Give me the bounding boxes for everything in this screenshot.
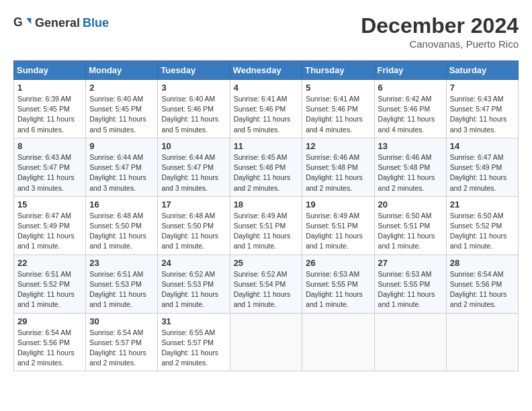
day-number: 14 [450, 141, 515, 151]
day-number: 6 [378, 83, 443, 93]
day-info: Sunrise: 6:41 AMSunset: 5:46 PMDaylight:… [234, 94, 299, 135]
day-number: 23 [89, 258, 154, 268]
day-number: 28 [450, 258, 515, 268]
day-number: 10 [161, 141, 226, 151]
svg-text:G: G [13, 15, 23, 29]
calendar-week-row: 8Sunrise: 6:43 AMSunset: 5:47 PMDaylight… [14, 138, 519, 196]
weekday-header-row: SundayMondayTuesdayWednesdayThursdayFrid… [14, 61, 519, 80]
day-number: 12 [306, 141, 370, 151]
day-info: Sunrise: 6:55 AMSunset: 5:57 PMDaylight:… [161, 328, 226, 369]
calendar-day-cell: 17Sunrise: 6:48 AMSunset: 5:50 PMDayligh… [158, 196, 230, 255]
day-number: 22 [17, 258, 82, 268]
day-number: 17 [161, 199, 226, 210]
day-info: Sunrise: 6:50 AMSunset: 5:51 PMDaylight:… [378, 211, 443, 252]
day-number: 7 [450, 83, 515, 93]
weekday-header-cell: Sunday [14, 61, 86, 80]
day-info: Sunrise: 6:44 AMSunset: 5:47 PMDaylight:… [161, 152, 226, 193]
day-number: 20 [378, 199, 443, 210]
day-number: 3 [161, 83, 226, 93]
calendar-day-cell: 29Sunrise: 6:54 AMSunset: 5:56 PMDayligh… [14, 313, 86, 371]
day-info: Sunrise: 6:54 AMSunset: 5:57 PMDaylight:… [89, 328, 154, 369]
day-info: Sunrise: 6:47 AMSunset: 5:49 PMDaylight:… [450, 152, 515, 193]
day-number: 13 [378, 141, 443, 151]
calendar-day-cell: 30Sunrise: 6:54 AMSunset: 5:57 PMDayligh… [86, 313, 158, 371]
day-info: Sunrise: 6:46 AMSunset: 5:48 PMDaylight:… [306, 152, 370, 193]
calendar-day-cell: 25Sunrise: 6:52 AMSunset: 5:54 PMDayligh… [230, 255, 302, 313]
calendar-week-row: 22Sunrise: 6:51 AMSunset: 5:52 PMDayligh… [14, 255, 519, 313]
calendar-day-cell: 22Sunrise: 6:51 AMSunset: 5:52 PMDayligh… [14, 255, 86, 313]
calendar-day-cell: 23Sunrise: 6:51 AMSunset: 5:53 PMDayligh… [86, 255, 158, 313]
month-year-title: December 2024 [361, 13, 519, 38]
calendar-day-cell: 14Sunrise: 6:47 AMSunset: 5:49 PMDayligh… [446, 138, 518, 196]
calendar-day-cell: 20Sunrise: 6:50 AMSunset: 5:51 PMDayligh… [374, 196, 446, 255]
day-info: Sunrise: 6:53 AMSunset: 5:55 PMDaylight:… [306, 269, 370, 310]
calendar-day-cell: 31Sunrise: 6:55 AMSunset: 5:57 PMDayligh… [158, 313, 230, 371]
calendar-week-row: 1Sunrise: 6:39 AMSunset: 5:45 PMDaylight… [14, 80, 519, 138]
day-info: Sunrise: 6:49 AMSunset: 5:51 PMDaylight:… [234, 211, 299, 252]
day-info: Sunrise: 6:45 AMSunset: 5:48 PMDaylight:… [234, 152, 299, 193]
weekday-header-cell: Tuesday [158, 61, 230, 80]
calendar-day-cell: 1Sunrise: 6:39 AMSunset: 5:45 PMDaylight… [14, 80, 86, 138]
calendar-day-cell [230, 313, 302, 371]
day-number: 29 [17, 316, 82, 326]
day-number: 31 [161, 316, 226, 326]
calendar-day-cell: 24Sunrise: 6:52 AMSunset: 5:53 PMDayligh… [158, 255, 230, 313]
day-info: Sunrise: 6:47 AMSunset: 5:49 PMDaylight:… [17, 211, 82, 252]
calendar-day-cell: 26Sunrise: 6:53 AMSunset: 5:55 PMDayligh… [302, 255, 374, 313]
day-info: Sunrise: 6:53 AMSunset: 5:55 PMDaylight:… [378, 269, 443, 310]
calendar-day-cell: 7Sunrise: 6:43 AMSunset: 5:47 PMDaylight… [446, 80, 518, 138]
day-number: 4 [234, 83, 299, 93]
day-number: 26 [306, 258, 370, 268]
calendar-day-cell [374, 313, 446, 371]
calendar-day-cell: 5Sunrise: 6:41 AMSunset: 5:46 PMDaylight… [302, 80, 374, 138]
day-info: Sunrise: 6:54 AMSunset: 5:56 PMDaylight:… [450, 269, 515, 310]
calendar-day-cell: 27Sunrise: 6:53 AMSunset: 5:55 PMDayligh… [374, 255, 446, 313]
day-info: Sunrise: 6:39 AMSunset: 5:45 PMDaylight:… [17, 94, 82, 135]
day-info: Sunrise: 6:43 AMSunset: 5:47 PMDaylight:… [17, 152, 82, 193]
calendar-day-cell [302, 313, 374, 371]
page-header: G General Blue December 2024 Canovanas, … [13, 13, 519, 50]
day-number: 9 [89, 141, 154, 151]
day-info: Sunrise: 6:54 AMSunset: 5:56 PMDaylight:… [17, 328, 82, 369]
day-number: 1 [17, 83, 82, 93]
day-info: Sunrise: 6:51 AMSunset: 5:53 PMDaylight:… [89, 269, 154, 310]
day-info: Sunrise: 6:44 AMSunset: 5:47 PMDaylight:… [89, 152, 154, 193]
day-info: Sunrise: 6:40 AMSunset: 5:46 PMDaylight:… [161, 94, 226, 135]
day-number: 19 [306, 199, 370, 210]
day-info: Sunrise: 6:48 AMSunset: 5:50 PMDaylight:… [161, 211, 226, 252]
calendar-day-cell: 19Sunrise: 6:49 AMSunset: 5:51 PMDayligh… [302, 196, 374, 255]
logo: G General Blue [13, 13, 109, 32]
calendar-day-cell: 3Sunrise: 6:40 AMSunset: 5:46 PMDaylight… [158, 80, 230, 138]
calendar-day-cell: 16Sunrise: 6:48 AMSunset: 5:50 PMDayligh… [86, 196, 158, 255]
weekday-header-cell: Monday [86, 61, 158, 80]
svg-marker-1 [26, 18, 31, 24]
calendar-day-cell: 2Sunrise: 6:40 AMSunset: 5:45 PMDaylight… [86, 80, 158, 138]
logo-general: General [35, 16, 80, 30]
calendar-day-cell [446, 313, 518, 371]
weekday-header-cell: Thursday [302, 61, 374, 80]
calendar-week-row: 29Sunrise: 6:54 AMSunset: 5:56 PMDayligh… [14, 313, 519, 371]
calendar-day-cell: 10Sunrise: 6:44 AMSunset: 5:47 PMDayligh… [158, 138, 230, 196]
calendar-table: SundayMondayTuesdayWednesdayThursdayFrid… [13, 60, 519, 371]
day-number: 24 [161, 258, 226, 268]
calendar-week-row: 15Sunrise: 6:47 AMSunset: 5:49 PMDayligh… [14, 196, 519, 255]
day-number: 15 [17, 199, 82, 210]
calendar-day-cell: 12Sunrise: 6:46 AMSunset: 5:48 PMDayligh… [302, 138, 374, 196]
weekday-header-cell: Wednesday [230, 61, 302, 80]
calendar-day-cell: 11Sunrise: 6:45 AMSunset: 5:48 PMDayligh… [230, 138, 302, 196]
day-number: 21 [450, 199, 515, 210]
day-info: Sunrise: 6:41 AMSunset: 5:46 PMDaylight:… [306, 94, 370, 135]
day-number: 16 [89, 199, 154, 210]
logo-blue: Blue [83, 16, 109, 30]
weekday-header-cell: Friday [374, 61, 446, 80]
day-number: 30 [89, 316, 154, 326]
weekday-header-cell: Saturday [446, 61, 518, 80]
day-info: Sunrise: 6:43 AMSunset: 5:47 PMDaylight:… [450, 94, 515, 135]
calendar-day-cell: 6Sunrise: 6:42 AMSunset: 5:46 PMDaylight… [374, 80, 446, 138]
day-info: Sunrise: 6:46 AMSunset: 5:48 PMDaylight:… [378, 152, 443, 193]
day-info: Sunrise: 6:52 AMSunset: 5:53 PMDaylight:… [161, 269, 226, 310]
calendar-day-cell: 18Sunrise: 6:49 AMSunset: 5:51 PMDayligh… [230, 196, 302, 255]
day-info: Sunrise: 6:40 AMSunset: 5:45 PMDaylight:… [89, 94, 154, 135]
day-info: Sunrise: 6:52 AMSunset: 5:54 PMDaylight:… [234, 269, 299, 310]
day-number: 25 [234, 258, 299, 268]
